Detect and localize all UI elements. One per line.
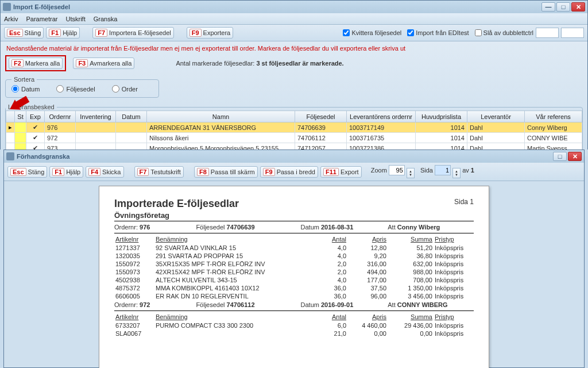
preview-fitscreen-button[interactable]: F8Passa till skärm xyxy=(194,166,258,178)
article-row: 155097235XR15X35 MPF T-RÖR ELFÖRZ INV2,0… xyxy=(114,260,474,268)
minimize-button[interactable]: — xyxy=(541,2,555,12)
close-button[interactable]: ✕ xyxy=(571,2,585,12)
preview-icon xyxy=(6,152,14,160)
main-titlebar: Import E-följesedel — □ ✕ xyxy=(1,1,587,13)
info-text: Nedanstående material är importerat från… xyxy=(5,44,583,55)
dubblett-field-1[interactable] xyxy=(536,28,559,38)
article-table: ArtikelnrBenämningAntalAprisSummaPristyp… xyxy=(114,312,474,338)
preview-help-button[interactable]: F1Hjälp xyxy=(49,166,83,178)
article-table: ArtikelnrBenämningAntalAprisSummaPristyp… xyxy=(114,235,474,300)
report-page: Sida 1 Importerade E-följesedlar Övnings… xyxy=(99,186,489,368)
preview-send-button[interactable]: F4Skicka xyxy=(86,166,123,178)
article-row: 127133792 SVARTA AD VINKLAR 154,012,8051… xyxy=(114,244,474,252)
data-grid[interactable]: St Exp Ordernr Inventering Datum Namn Fö… xyxy=(6,110,582,154)
preview-titlebar: Förhandsgranska □ ✕ xyxy=(4,150,584,163)
main-toolbar: EscStäng F1Hjälp F7Importera E-följesede… xyxy=(1,25,587,41)
article-row: 6733207PURMO COMPACT C33 300 23006,04 46… xyxy=(114,321,474,329)
sort-foljesedel[interactable]: Följesedel xyxy=(56,85,95,93)
maximize-button[interactable]: □ xyxy=(556,2,570,12)
row-indicator-icon: ▸ xyxy=(6,122,15,133)
order-header: Ordernr: 972Följesedel 74706112Datum 201… xyxy=(114,300,474,309)
close-app-button[interactable]: EscStäng xyxy=(4,27,44,39)
main-title: Import E-följesedel xyxy=(13,3,70,10)
article-row: 6606005ER RAK DN 10 REGLERVENTIL36,096,0… xyxy=(114,292,474,300)
report-title: Importerade E-följesedlar xyxy=(114,198,474,210)
mark-all-button[interactable]: F2Markera alla xyxy=(9,57,63,69)
zoom-input[interactable] xyxy=(389,165,405,175)
grid-row[interactable]: ▸ ✔ 976 ARRENDEGATAN 31 VÄNERSBORG 74706… xyxy=(6,122,582,133)
preview-title: Förhandsgranska xyxy=(17,153,69,160)
order-header: Ordernr: 976Följesedel 74706639Datum 201… xyxy=(114,223,474,232)
report-side: Sida 1 xyxy=(454,198,474,206)
unmark-all-button[interactable]: F3Avmarkera alla xyxy=(73,57,134,69)
article-row: SLA006721,00,000,00Inköpspris xyxy=(114,329,474,338)
preview-close-button[interactable]: ✕ xyxy=(568,152,582,161)
menu-parametrar[interactable]: Parametrar xyxy=(26,16,57,22)
grid-row[interactable]: ✔ 972 Nilssons åkeri 74706112 1003716735… xyxy=(6,133,582,143)
kvittera-checkbox[interactable]: Kvittera följesedel xyxy=(343,29,401,36)
article-row: 4875372MMA KOMBIKOPPL 4161403 10X1236,03… xyxy=(114,284,474,292)
report-subtitle: Övningsföretag xyxy=(114,211,474,220)
grid-group: Leveransbesked St Exp Ordernr Inventerin… xyxy=(5,103,583,154)
page-input[interactable] xyxy=(435,165,451,175)
app-icon xyxy=(3,3,11,11)
menu-arkiv[interactable]: Arkiv xyxy=(4,16,18,22)
article-row: 4502938ALTECH KULVENTIL 343-154,0177,007… xyxy=(114,276,474,284)
count-label: Antal markerade följesedlar: xyxy=(176,60,254,67)
count-value: 3 st följesedlar är markerade. xyxy=(256,60,343,67)
editest-checkbox[interactable]: Import från EDItest xyxy=(407,29,469,36)
preview-toolbar: EscStäng F1Hjälp F4Skicka F7Testutskrift… xyxy=(4,163,584,181)
article-row: 1320035291 SVARTA AD PROPPAR 154,09,2036… xyxy=(114,252,474,260)
menu-granska[interactable]: Granska xyxy=(94,16,118,22)
grid-header: St Exp Ordernr Inventering Datum Namn Fö… xyxy=(6,111,582,122)
import-button[interactable]: F7Importera E-följesedel xyxy=(92,27,173,39)
sort-order[interactable]: Order xyxy=(112,85,138,93)
sort-datum[interactable]: Datum xyxy=(11,85,40,93)
help-button[interactable]: F1Hjälp xyxy=(46,27,80,39)
article-row: 155097342XR15X42 MPF T-RÖR ELFÖRZ INV2,0… xyxy=(114,268,474,276)
page-spinner[interactable]: ▲▼ xyxy=(452,168,461,178)
dubblett-field-2[interactable] xyxy=(561,28,584,38)
menu-utskrift[interactable]: Utskrift xyxy=(65,16,85,22)
preview-export-button[interactable]: F11Export xyxy=(320,166,362,178)
export-button[interactable]: F9Exportera xyxy=(187,27,234,39)
preview-window: Förhandsgranska □ ✕ EscStäng F1Hjälp F4S… xyxy=(3,150,585,368)
dubblett-checkbox[interactable]: Slå av dubblettctrl xyxy=(475,29,533,36)
preview-esc-button[interactable]: EscStäng xyxy=(7,166,47,178)
preview-fitwidth-button[interactable]: F9Passa i bredd xyxy=(260,166,318,178)
preview-maximize-button[interactable]: □ xyxy=(553,152,567,161)
sort-group: Sortera Datum Följesedel Order xyxy=(5,76,159,98)
preview-testprint-button[interactable]: F7Testutskrift xyxy=(134,166,184,178)
menubar: Arkiv Parametrar Utskrift Granska xyxy=(1,13,587,25)
zoom-spinner[interactable]: ▲▼ xyxy=(407,168,415,178)
